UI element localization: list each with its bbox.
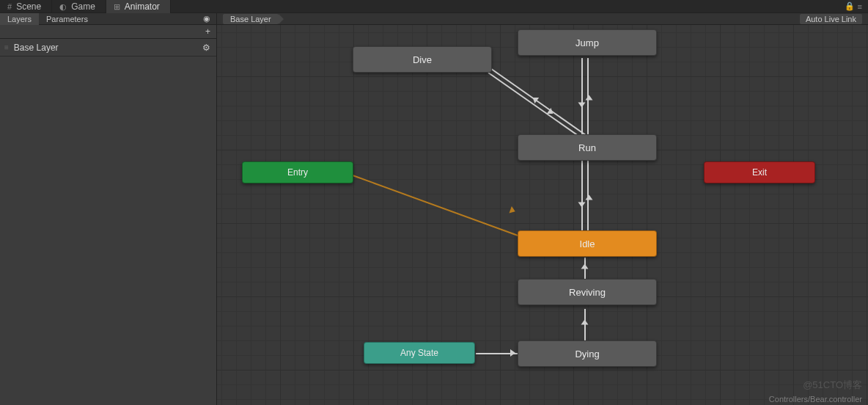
scene-icon: # xyxy=(7,1,12,12)
auto-live-link-button[interactable]: Auto Live Link xyxy=(800,14,862,24)
arrow-icon xyxy=(578,202,586,208)
transition-jump-run[interactable] xyxy=(581,58,583,139)
plus-icon: + xyxy=(205,26,210,37)
drag-handle-icon[interactable]: ≡ xyxy=(4,43,8,51)
pane-menu-icon[interactable]: ≡ xyxy=(858,2,862,11)
tab-label: Scene xyxy=(16,1,41,12)
node-label: Idle xyxy=(580,238,595,249)
side-tab-layers[interactable]: Layers xyxy=(0,13,39,25)
animator-graph[interactable]: Base Layer Auto Live Link Dive xyxy=(217,13,868,405)
layer-name: Base Layer xyxy=(14,43,202,53)
layers-panel-tabs: Layers Parameters ◉ xyxy=(0,13,216,25)
state-node-run[interactable]: Run xyxy=(518,134,657,161)
transition-entry-idle[interactable] xyxy=(353,175,526,238)
state-node-exit[interactable]: Exit xyxy=(704,161,815,183)
state-node-dying[interactable]: Dying xyxy=(518,340,657,367)
node-label: Dying xyxy=(575,349,599,360)
node-label: Reviving xyxy=(569,287,606,298)
node-label: Jump xyxy=(575,37,599,48)
arrow-icon xyxy=(586,195,593,200)
arrow-icon xyxy=(581,320,589,325)
layers-panel: Layers Parameters ◉ + ≡ Base Layer ⚙ xyxy=(0,13,217,405)
breadcrumb[interactable]: Base Layer xyxy=(223,14,279,24)
layer-settings-button[interactable]: ⚙ xyxy=(202,43,210,53)
lock-icon[interactable]: 🔒 xyxy=(845,1,855,11)
tab-right-tools: 🔒 ≡ xyxy=(839,0,868,12)
add-layer-button[interactable]: + xyxy=(0,25,216,39)
arrow-icon xyxy=(510,349,515,357)
state-node-any[interactable]: Any State xyxy=(364,342,475,364)
tab-animator[interactable]: ⊞ Animator xyxy=(106,0,171,13)
layer-row[interactable]: ≡ Base Layer ⚙ xyxy=(0,39,216,56)
tab-label: Animator xyxy=(125,1,160,12)
state-node-dive[interactable]: Dive xyxy=(353,46,492,73)
node-label: Entry xyxy=(287,167,308,178)
main-tab-strip: # Scene ◐ Game ⊞ Animator 🔒 ≡ xyxy=(0,0,868,13)
game-icon: ◐ xyxy=(59,1,67,12)
node-label: Exit xyxy=(752,167,767,178)
arrow-icon xyxy=(586,95,593,101)
arrow-icon xyxy=(581,264,589,269)
visibility-icon[interactable]: ◉ xyxy=(197,14,216,23)
state-node-entry[interactable]: Entry xyxy=(242,161,353,183)
state-node-reviving[interactable]: Reviving xyxy=(518,279,657,305)
watermark: @51CTO博客 xyxy=(803,379,862,392)
node-label: Any State xyxy=(400,348,438,358)
tab-label: Game xyxy=(71,1,95,12)
state-node-idle[interactable]: Idle xyxy=(518,230,657,257)
node-label: Run xyxy=(578,142,596,153)
state-node-jump[interactable]: Jump xyxy=(518,29,657,56)
arrow-icon xyxy=(510,206,517,215)
workspace: Layers Parameters ◉ + ≡ Base Layer ⚙ Bas… xyxy=(0,13,868,405)
tab-scene[interactable]: # Scene xyxy=(0,0,52,13)
side-tab-parameters[interactable]: Parameters xyxy=(39,13,95,25)
node-label: Dive xyxy=(413,54,432,65)
animator-icon: ⊞ xyxy=(114,1,120,12)
arrow-icon xyxy=(578,103,586,108)
transition-run-idle[interactable] xyxy=(581,161,583,234)
asset-path: Controllers/Bear.controller xyxy=(769,395,862,404)
breadcrumb-bar: Base Layer Auto Live Link xyxy=(217,13,868,25)
tab-game[interactable]: ◐ Game xyxy=(52,0,106,13)
